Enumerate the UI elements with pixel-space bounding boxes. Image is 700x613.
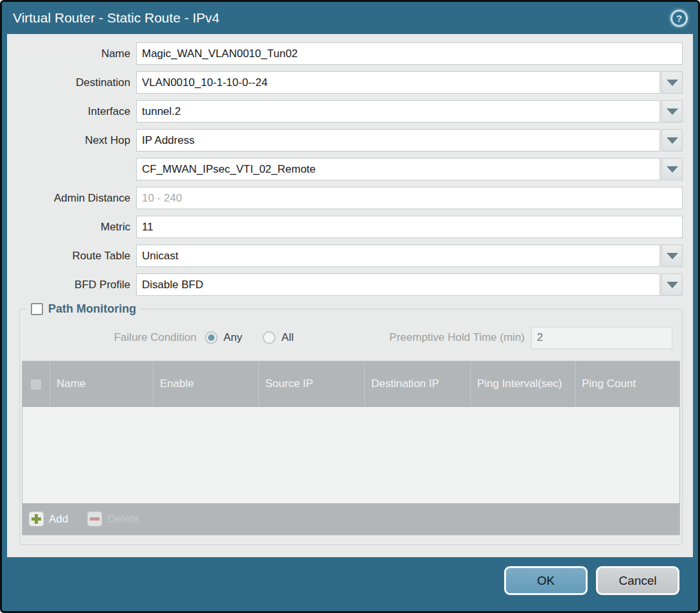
admin-distance-input[interactable] bbox=[136, 187, 683, 209]
route-table-label: Route Table bbox=[7, 250, 136, 263]
column-header-name[interactable]: Name bbox=[49, 361, 153, 407]
next-hop-address-dropdown-button[interactable] bbox=[661, 158, 683, 180]
plus-icon bbox=[29, 512, 44, 526]
chevron-down-icon bbox=[667, 108, 678, 115]
metric-label: Metric bbox=[7, 221, 136, 234]
interface-field bbox=[136, 100, 683, 123]
bfd-profile-dropdown-button[interactable] bbox=[661, 273, 683, 296]
help-icon[interactable]: ? bbox=[670, 10, 688, 27]
next-hop-type-dropdown-button[interactable] bbox=[661, 129, 683, 151]
admin-distance-field bbox=[136, 187, 683, 209]
select-all-checkbox bbox=[30, 379, 42, 390]
next-hop-address-field bbox=[136, 158, 683, 180]
failure-condition-any-label: Any bbox=[223, 331, 242, 344]
column-header-destination-ip[interactable]: Destination IP bbox=[364, 361, 470, 407]
failure-condition-row: Failure Condition Any All Preemptive Hol… bbox=[22, 326, 680, 349]
next-hop-address-input[interactable] bbox=[136, 158, 660, 180]
failure-condition-all-label: All bbox=[281, 331, 293, 344]
name-field bbox=[136, 42, 683, 65]
route-table-row: Route Table bbox=[7, 245, 693, 267]
destination-dropdown-button[interactable] bbox=[661, 71, 683, 94]
column-header-ping-interval[interactable]: Ping Interval(sec) bbox=[470, 361, 575, 407]
dialog-footer: OK Cancel bbox=[2, 557, 698, 611]
next-hop-type-input[interactable] bbox=[136, 129, 660, 151]
chevron-down-icon bbox=[667, 137, 678, 144]
name-label: Name bbox=[7, 47, 136, 60]
preemptive-hold-time-label: Preemptive Hold Time (min) bbox=[389, 331, 525, 344]
next-hop-field bbox=[136, 129, 683, 151]
next-hop-address-row bbox=[7, 158, 693, 180]
next-hop-label: Next Hop bbox=[7, 134, 136, 147]
failure-condition-all-radio bbox=[263, 331, 276, 344]
next-hop-row: Next Hop bbox=[7, 129, 693, 151]
metric-input[interactable] bbox=[136, 216, 683, 238]
failure-condition-label: Failure Condition bbox=[22, 331, 197, 344]
admin-distance-row: Admin Distance bbox=[7, 187, 693, 209]
route-table-field bbox=[136, 245, 683, 267]
cancel-button[interactable]: Cancel bbox=[596, 566, 679, 595]
header-checkbox-cell bbox=[22, 361, 49, 407]
interface-label: Interface bbox=[7, 105, 136, 118]
path-monitoring-section: Path Monitoring Failure Condition Any Al… bbox=[19, 302, 683, 545]
interface-row: Interface bbox=[7, 100, 693, 123]
dialog-title: Virtual Router - Static Route - IPv4 bbox=[13, 10, 670, 26]
chevron-down-icon bbox=[667, 80, 678, 86]
bfd-profile-field bbox=[136, 273, 683, 296]
static-route-dialog: Virtual Router - Static Route - IPv4 ? N… bbox=[0, 0, 700, 613]
dialog-titlebar: Virtual Router - Static Route - IPv4 ? bbox=[2, 2, 698, 34]
interface-dropdown-button[interactable] bbox=[661, 100, 683, 123]
chevron-down-icon bbox=[667, 282, 678, 288]
dialog-content: Name Destination Interface Next Hop bbox=[7, 34, 693, 557]
bfd-profile-row: BFD Profile bbox=[7, 273, 693, 296]
destination-label: Destination bbox=[7, 76, 136, 89]
name-row: Name bbox=[7, 42, 693, 65]
path-monitoring-title: Path Monitoring bbox=[48, 302, 136, 316]
admin-distance-label: Admin Distance bbox=[7, 192, 136, 205]
metric-row: Metric bbox=[7, 216, 693, 238]
table-toolbar: Add Delete bbox=[22, 503, 679, 535]
destination-input[interactable] bbox=[136, 71, 660, 94]
destination-row: Destination bbox=[7, 71, 693, 94]
delete-button-label: Delete bbox=[107, 513, 139, 526]
interface-input[interactable] bbox=[136, 100, 660, 123]
failure-condition-any-radio bbox=[205, 331, 218, 344]
column-header-enable[interactable]: Enable bbox=[153, 361, 258, 407]
delete-button: Delete bbox=[87, 512, 139, 526]
column-header-ping-count[interactable]: Ping Count bbox=[575, 361, 679, 407]
chevron-down-icon bbox=[667, 253, 678, 259]
table-body-empty bbox=[22, 407, 679, 503]
bfd-profile-input[interactable] bbox=[136, 273, 660, 296]
add-button[interactable]: Add bbox=[29, 512, 68, 526]
preemptive-hold-time-input bbox=[531, 327, 672, 349]
minus-icon bbox=[87, 512, 102, 526]
ok-button[interactable]: OK bbox=[504, 566, 588, 595]
name-input[interactable] bbox=[136, 42, 683, 65]
metric-field bbox=[136, 216, 683, 238]
column-header-source-ip[interactable]: Source IP bbox=[258, 361, 364, 407]
destination-field bbox=[136, 71, 683, 94]
path-monitoring-checkbox[interactable] bbox=[31, 303, 43, 315]
route-table-input[interactable] bbox=[136, 245, 660, 267]
path-monitoring-table: Name Enable Source IP Destination IP Pin… bbox=[22, 361, 680, 535]
path-monitoring-legend: Path Monitoring bbox=[27, 302, 140, 316]
table-header: Name Enable Source IP Destination IP Pin… bbox=[22, 361, 679, 407]
route-table-dropdown-button[interactable] bbox=[661, 245, 683, 267]
bfd-profile-label: BFD Profile bbox=[7, 279, 136, 291]
chevron-down-icon bbox=[667, 166, 678, 173]
add-button-label: Add bbox=[49, 513, 68, 526]
